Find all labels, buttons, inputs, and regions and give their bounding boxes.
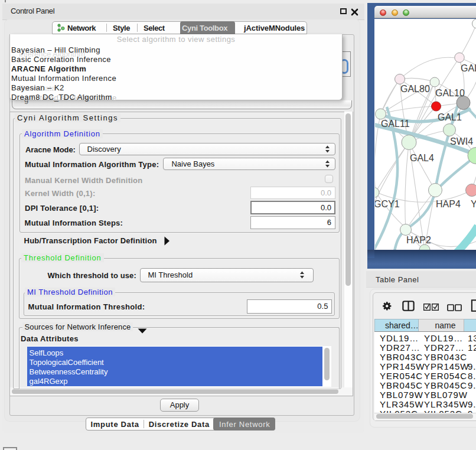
svg-text:GAL80: GAL80: [400, 84, 430, 94]
svg-text:GAL4: GAL4: [410, 153, 434, 163]
svg-text:GAL: GAL: [461, 63, 476, 73]
svg-text:GCY1: GCY1: [375, 199, 400, 209]
svg-text:GAL10: GAL10: [435, 88, 465, 98]
svg-text:HAP4: HAP4: [436, 199, 461, 209]
svg-text:SWI4: SWI4: [450, 136, 473, 146]
svg-text:HAP2: HAP2: [406, 235, 431, 245]
svg-text:Y: Y: [471, 199, 476, 209]
svg-text:GAL11: GAL11: [381, 119, 410, 129]
svg-text:GAL1: GAL1: [438, 112, 462, 122]
